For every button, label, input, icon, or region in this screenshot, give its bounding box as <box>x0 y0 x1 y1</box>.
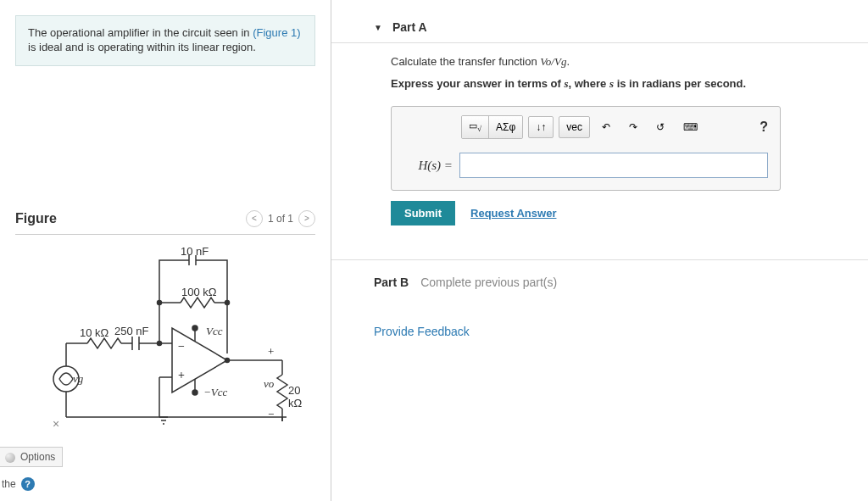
label-vo: vo <box>264 377 274 391</box>
the-row: the ? <box>0 477 35 491</box>
answer-lhs: H(s) = <box>403 159 453 173</box>
figure-link[interactable]: (Figure 1) <box>253 26 300 39</box>
part-a-title: Part A <box>392 20 427 34</box>
circuit-diagram: − + + − 10 nF 100 kΩ 10 kΩ 250 nF Vcc −V… <box>15 252 303 438</box>
help-icon[interactable]: ? <box>21 477 35 491</box>
toolbar-help-icon[interactable]: ? <box>760 120 768 135</box>
intro-text-before: The operational amplifier in the circuit… <box>28 26 253 39</box>
figure-prev-button[interactable]: < <box>246 210 263 227</box>
svg-point-1 <box>192 326 198 331</box>
svg-text:+: + <box>268 345 274 358</box>
problem-intro: The operational amplifier in the circuit… <box>15 15 315 66</box>
vec-tool[interactable]: vec <box>559 116 590 138</box>
options-label: Options <box>20 451 55 463</box>
svg-point-2 <box>192 390 198 395</box>
reset-button[interactable]: ↺ <box>649 116 671 138</box>
part-a-prompt: Calculate the transfer function Vo/Vg. <box>391 55 843 69</box>
submit-button[interactable]: Submit <box>391 201 455 225</box>
answer-box: ▭√ ΑΣφ ↓↑ vec ↶ ↷ ↺ ⌨ ? H(s) = <box>391 106 781 191</box>
label-vg: vg <box>73 372 83 386</box>
svg-point-6 <box>225 300 230 304</box>
label-r-fb: 100 kΩ <box>181 286 217 298</box>
part-b-label: Part B <box>374 276 409 289</box>
collapse-icon: ▼ <box>374 23 382 32</box>
label-r-load: 20 kΩ <box>288 384 303 409</box>
part-a-header[interactable]: ▼ Part A <box>331 0 868 43</box>
answer-input[interactable] <box>459 153 768 178</box>
figure-counter: 1 of 1 <box>268 213 293 225</box>
part-a-instruction: Express your answer in terms of s, where… <box>391 77 843 91</box>
template-tool[interactable]: ▭√ <box>462 116 489 138</box>
figure-header: Figure < 1 of 1 > <box>15 210 315 235</box>
label-vcc-neg: −Vcc <box>203 386 227 399</box>
options-tab[interactable]: × Options <box>0 447 63 467</box>
svg-point-3 <box>158 341 162 345</box>
keyboard-button[interactable]: ⌨ <box>676 116 704 138</box>
greek-tool[interactable]: ΑΣφ <box>489 116 522 138</box>
intro-text-after: is ideal and is operating within its lin… <box>28 41 256 53</box>
subscript-tool[interactable]: ↓↑ <box>528 116 554 138</box>
label-vcc-pos: Vcc <box>206 325 222 338</box>
close-icon[interactable]: × <box>53 417 59 431</box>
figure-title: Figure <box>15 211 57 226</box>
svg-text:−: − <box>268 408 274 420</box>
svg-point-4 <box>225 358 230 362</box>
svg-text:+: + <box>178 369 185 381</box>
label-c-in: 250 nF <box>114 325 148 337</box>
figure-next-button[interactable]: > <box>298 210 315 227</box>
undo-button[interactable]: ↶ <box>595 116 617 138</box>
part-b-row: Part B Complete previous part(s) <box>331 259 868 299</box>
label-c-top: 10 nF <box>181 245 209 258</box>
redo-button[interactable]: ↷ <box>622 116 644 138</box>
svg-point-5 <box>158 300 162 304</box>
request-answer-link[interactable]: Request Answer <box>470 207 556 220</box>
provide-feedback-link[interactable]: Provide Feedback <box>331 299 868 338</box>
math-toolbar: ▭√ ΑΣφ ↓↑ vec ↶ ↷ ↺ ⌨ ? <box>392 107 780 144</box>
label-r-in: 10 kΩ <box>80 326 108 339</box>
part-b-msg: Complete previous part(s) <box>420 276 557 289</box>
svg-text:−: − <box>178 340 185 353</box>
